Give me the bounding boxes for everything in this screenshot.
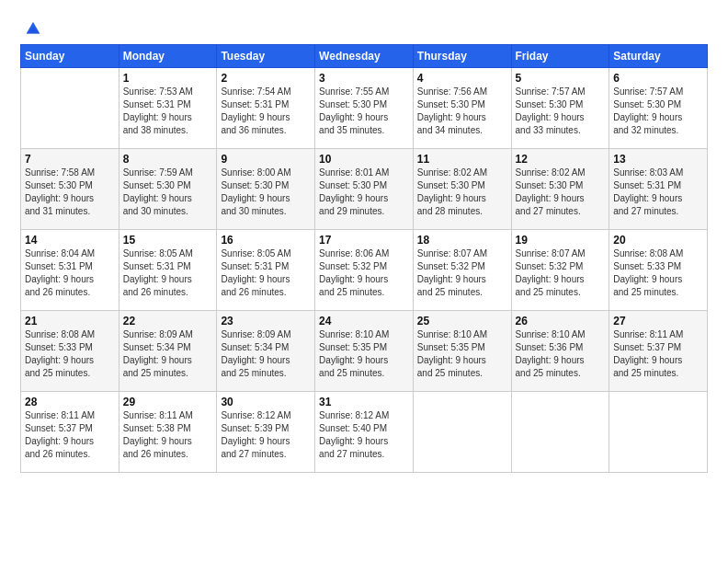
day-cell: 27Sunrise: 8:11 AM Sunset: 5:37 PM Dayli… [609, 311, 708, 392]
day-info: Sunrise: 8:02 AM Sunset: 5:30 PM Dayligh… [417, 167, 507, 218]
day-cell [511, 392, 609, 473]
day-number: 21 [25, 315, 115, 327]
day-cell: 16Sunrise: 8:05 AM Sunset: 5:31 PM Dayli… [217, 230, 315, 311]
day-cell: 29Sunrise: 8:11 AM Sunset: 5:38 PM Dayli… [119, 392, 217, 473]
day-info: Sunrise: 8:09 AM Sunset: 5:34 PM Dayligh… [123, 328, 213, 380]
day-info: Sunrise: 7:53 AM Sunset: 5:31 PM Dayligh… [123, 86, 213, 137]
day-number: 10 [319, 153, 409, 166]
day-cell: 5Sunrise: 7:57 AM Sunset: 5:30 PM Daylig… [511, 68, 609, 149]
logo [20, 20, 43, 39]
day-cell: 26Sunrise: 8:10 AM Sunset: 5:36 PM Dayli… [511, 311, 609, 392]
day-cell: 19Sunrise: 8:07 AM Sunset: 5:32 PM Dayli… [511, 230, 609, 311]
day-info: Sunrise: 8:08 AM Sunset: 5:33 PM Dayligh… [613, 247, 703, 299]
day-info: Sunrise: 8:12 AM Sunset: 5:40 PM Dayligh… [319, 409, 409, 461]
day-cell: 28Sunrise: 8:11 AM Sunset: 5:37 PM Dayli… [21, 392, 119, 473]
day-cell: 13Sunrise: 8:03 AM Sunset: 5:31 PM Dayli… [609, 149, 708, 230]
day-number: 27 [613, 315, 703, 327]
day-cell: 10Sunrise: 8:01 AM Sunset: 5:30 PM Dayli… [315, 149, 414, 230]
day-cell: 31Sunrise: 8:12 AM Sunset: 5:40 PM Dayli… [315, 392, 414, 473]
day-number: 18 [417, 234, 507, 247]
weekday-header-row: SundayMondayTuesdayWednesdayThursdayFrid… [21, 45, 708, 68]
day-cell: 21Sunrise: 8:08 AM Sunset: 5:33 PM Dayli… [21, 311, 119, 392]
day-number: 19 [516, 234, 606, 247]
week-row-3: 21Sunrise: 8:08 AM Sunset: 5:33 PM Dayli… [21, 311, 708, 392]
day-number: 8 [123, 153, 213, 166]
day-number: 16 [221, 234, 311, 247]
day-cell: 22Sunrise: 8:09 AM Sunset: 5:34 PM Dayli… [119, 311, 217, 392]
day-info: Sunrise: 7:57 AM Sunset: 5:30 PM Dayligh… [613, 86, 703, 137]
day-cell: 4Sunrise: 7:56 AM Sunset: 5:30 PM Daylig… [413, 68, 511, 149]
day-number: 4 [417, 72, 507, 85]
day-info: Sunrise: 8:07 AM Sunset: 5:32 PM Dayligh… [516, 247, 606, 299]
week-row-1: 7Sunrise: 7:58 AM Sunset: 5:30 PM Daylig… [21, 149, 708, 230]
day-info: Sunrise: 7:54 AM Sunset: 5:31 PM Dayligh… [221, 86, 311, 137]
week-row-0: 1Sunrise: 7:53 AM Sunset: 5:31 PM Daylig… [21, 68, 708, 149]
day-number: 15 [123, 234, 213, 247]
day-number: 26 [516, 315, 606, 327]
day-info: Sunrise: 8:00 AM Sunset: 5:30 PM Dayligh… [221, 167, 311, 218]
day-cell: 20Sunrise: 8:08 AM Sunset: 5:33 PM Dayli… [609, 230, 708, 311]
day-info: Sunrise: 7:55 AM Sunset: 5:30 PM Dayligh… [319, 86, 409, 137]
day-number: 22 [123, 315, 213, 327]
day-cell [21, 68, 119, 149]
day-info: Sunrise: 8:10 AM Sunset: 5:35 PM Dayligh… [319, 328, 409, 380]
day-info: Sunrise: 8:11 AM Sunset: 5:37 PM Dayligh… [613, 328, 703, 380]
day-cell: 23Sunrise: 8:09 AM Sunset: 5:34 PM Dayli… [217, 311, 315, 392]
day-cell: 2Sunrise: 7:54 AM Sunset: 5:31 PM Daylig… [217, 68, 315, 149]
weekday-header-tuesday: Tuesday [217, 45, 315, 68]
day-info: Sunrise: 8:05 AM Sunset: 5:31 PM Dayligh… [123, 247, 213, 299]
day-number: 14 [25, 234, 115, 247]
weekday-header-thursday: Thursday [413, 45, 511, 68]
day-info: Sunrise: 8:02 AM Sunset: 5:30 PM Dayligh… [516, 167, 606, 218]
day-cell: 11Sunrise: 8:02 AM Sunset: 5:30 PM Dayli… [413, 149, 511, 230]
day-number: 7 [25, 153, 115, 166]
day-number: 11 [417, 153, 507, 166]
weekday-header-monday: Monday [119, 45, 217, 68]
day-number: 30 [221, 396, 311, 408]
day-info: Sunrise: 8:07 AM Sunset: 5:32 PM Dayligh… [417, 247, 507, 299]
day-number: 5 [516, 72, 606, 85]
day-cell: 1Sunrise: 7:53 AM Sunset: 5:31 PM Daylig… [119, 68, 217, 149]
calendar: SundayMondayTuesdayWednesdayThursdayFrid… [20, 44, 708, 473]
day-info: Sunrise: 8:11 AM Sunset: 5:37 PM Dayligh… [25, 409, 115, 461]
day-cell: 30Sunrise: 8:12 AM Sunset: 5:39 PM Dayli… [217, 392, 315, 473]
day-cell: 25Sunrise: 8:10 AM Sunset: 5:35 PM Dayli… [413, 311, 511, 392]
day-number: 23 [221, 315, 311, 327]
week-row-4: 28Sunrise: 8:11 AM Sunset: 5:37 PM Dayli… [21, 392, 708, 473]
day-number: 31 [319, 396, 409, 408]
day-number: 13 [613, 153, 703, 166]
day-number: 12 [516, 153, 606, 166]
day-info: Sunrise: 7:59 AM Sunset: 5:30 PM Dayligh… [123, 167, 213, 218]
day-number: 28 [25, 396, 115, 408]
day-info: Sunrise: 7:57 AM Sunset: 5:30 PM Dayligh… [516, 86, 606, 137]
day-info: Sunrise: 8:12 AM Sunset: 5:39 PM Dayligh… [221, 409, 311, 461]
day-info: Sunrise: 7:56 AM Sunset: 5:30 PM Dayligh… [417, 86, 507, 137]
day-cell: 3Sunrise: 7:55 AM Sunset: 5:30 PM Daylig… [315, 68, 414, 149]
day-number: 20 [613, 234, 703, 247]
day-number: 1 [123, 72, 213, 85]
day-info: Sunrise: 8:10 AM Sunset: 5:36 PM Dayligh… [516, 328, 606, 380]
day-info: Sunrise: 8:05 AM Sunset: 5:31 PM Dayligh… [221, 247, 311, 299]
day-cell: 15Sunrise: 8:05 AM Sunset: 5:31 PM Dayli… [119, 230, 217, 311]
day-info: Sunrise: 8:11 AM Sunset: 5:38 PM Dayligh… [123, 409, 213, 461]
day-info: Sunrise: 8:04 AM Sunset: 5:31 PM Dayligh… [25, 247, 115, 299]
day-cell [609, 392, 708, 473]
day-cell: 9Sunrise: 8:00 AM Sunset: 5:30 PM Daylig… [217, 149, 315, 230]
day-number: 3 [319, 72, 409, 85]
day-cell: 17Sunrise: 8:06 AM Sunset: 5:32 PM Dayli… [315, 230, 414, 311]
page: SundayMondayTuesdayWednesdayThursdayFrid… [0, 0, 728, 563]
day-info: Sunrise: 8:06 AM Sunset: 5:32 PM Dayligh… [319, 247, 409, 299]
day-cell: 24Sunrise: 8:10 AM Sunset: 5:35 PM Dayli… [315, 311, 414, 392]
day-cell: 14Sunrise: 8:04 AM Sunset: 5:31 PM Dayli… [21, 230, 119, 311]
day-cell: 7Sunrise: 7:58 AM Sunset: 5:30 PM Daylig… [21, 149, 119, 230]
day-number: 6 [613, 72, 703, 85]
day-number: 9 [221, 153, 311, 166]
day-number: 25 [417, 315, 507, 327]
weekday-header-saturday: Saturday [609, 45, 708, 68]
header-area [20, 17, 708, 39]
day-number: 24 [319, 315, 409, 327]
weekday-header-wednesday: Wednesday [315, 45, 414, 68]
day-number: 29 [123, 396, 213, 408]
logo-icon [23, 18, 43, 39]
weekday-header-sunday: Sunday [21, 45, 119, 68]
